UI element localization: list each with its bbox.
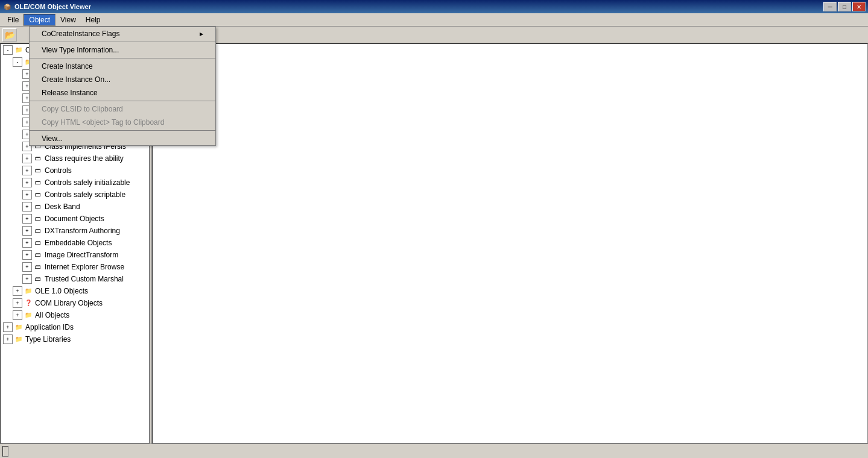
separator-1 <box>30 42 215 42</box>
copy-html-tag-label: Copy HTML <object> Tag to Clipboard <box>42 118 164 127</box>
copy-clsid-label: Copy CLSID to Clipboard <box>42 105 123 113</box>
submenu-arrow: ▶ <box>200 31 203 37</box>
create-instance-on-label: Create Instance On... <box>42 75 110 84</box>
expand-all-objects-2[interactable]: + <box>13 310 22 320</box>
tree-label-desk-band: Desk Band <box>45 201 80 212</box>
close-button[interactable]: ✕ <box>852 2 866 11</box>
menu-view-type-info[interactable]: View Type Information... <box>30 43 215 57</box>
tree-item-all-objects-2[interactable]: + 📁 All Objects <box>1 309 149 321</box>
expand-document-objects[interactable]: + <box>22 214 32 224</box>
tree-item-app-ids[interactable]: + 📁 Application IDs <box>1 321 149 333</box>
tree-item-controls[interactable]: + 🗃 Controls <box>1 165 149 177</box>
tree-label-controls-script: Controls safely scriptable <box>45 189 125 200</box>
obj-icon-desk-band: 🗃 <box>33 202 43 212</box>
view-label: View... <box>42 134 63 143</box>
tree-label-dxtransform: DXTransform Authoring <box>45 225 120 236</box>
obj-icon-controls-init: 🗃 <box>33 178 43 187</box>
tree-label-ie-browse: Internet Explorer Browse <box>45 262 124 272</box>
tree-label-image-direct: Image DirectTransform <box>45 249 118 260</box>
tree-label-all-objects-2: All Objects <box>35 310 69 321</box>
tree-item-desk-band[interactable]: + 🗃 Desk Band <box>1 201 149 213</box>
status-text <box>2 446 8 457</box>
tree-item-class-requires[interactable]: + 🗃 Class requires the ability <box>1 152 149 165</box>
menu-release-instance[interactable]: Release Instance <box>30 86 215 99</box>
expand-all-objects[interactable]: - <box>13 57 22 67</box>
menu-file[interactable]: File <box>2 14 24 25</box>
tree-item-dxtransform[interactable]: + 🗃 DXTransform Authoring <box>1 225 149 237</box>
obj-icon-ie-browse: 🗃 <box>33 262 43 272</box>
separator-2 <box>30 58 215 58</box>
expand-ie-browse[interactable]: + <box>22 262 32 272</box>
expand-controls-init[interactable]: + <box>22 178 32 187</box>
tree-label-class-requires: Class requires the ability <box>45 153 124 164</box>
obj-icon-controls: 🗃 <box>33 166 43 175</box>
expand-embeddable[interactable]: + <box>22 238 32 248</box>
object-dropdown-menu[interactable]: CoCreateInstance Flags ▶ View Type Infor… <box>29 27 216 146</box>
expand-trusted-marshal[interactable]: + <box>22 274 32 284</box>
tree-item-embeddable[interactable]: + 🗃 Embeddable Objects <box>1 237 149 249</box>
question-icon-com-library: ❓ <box>24 298 33 308</box>
tree-label-controls-init: Controls safely initializable <box>45 177 130 188</box>
expand-ole10[interactable]: + <box>13 286 22 296</box>
menu-create-instance[interactable]: Create Instance <box>30 60 215 73</box>
folder-icon-ole10: 📁 <box>24 286 33 296</box>
obj-icon-class-requires: 🗃 <box>33 154 43 163</box>
tree-item-ole10[interactable]: + 📁 OLE 1.0 Objects <box>1 285 149 297</box>
menu-view[interactable]: View... <box>30 132 215 145</box>
obj-icon-embeddable: 🗃 <box>33 238 43 248</box>
window-title: OLE/COM Object Viewer <box>14 3 91 10</box>
menu-copy-html-tag: Copy HTML <object> Tag to Clipboard <box>30 116 215 129</box>
tree-item-ie-browse[interactable]: + 🗃 Internet Explorer Browse <box>1 261 149 273</box>
expand-type-libs[interactable]: + <box>3 334 13 344</box>
cocreatinstance-flags-label: CoCreateInstance Flags <box>42 30 119 38</box>
expand-controls[interactable]: + <box>22 166 32 175</box>
expand-controls-script[interactable]: + <box>22 190 32 199</box>
tree-label-controls: Controls <box>45 165 72 176</box>
menu-bar: File Object View Help <box>0 13 868 27</box>
title-bar: 📦 OLE/COM Object Viewer ─ □ ✕ <box>0 0 868 13</box>
view-type-info-label: View Type Information... <box>42 46 119 54</box>
separator-3 <box>30 101 215 101</box>
tree-label-embeddable: Embeddable Objects <box>45 237 112 248</box>
obj-icon-trusted-marshal: 🗃 <box>33 274 43 284</box>
tree-item-controls-init[interactable]: + 🗃 Controls safely initializable <box>1 177 149 189</box>
title-bar-controls: ─ □ ✕ <box>823 2 866 11</box>
expand-class-requires[interactable]: + <box>22 154 32 163</box>
folder-icon-all-objects-2: 📁 <box>24 310 33 320</box>
tree-label-document-objects: Document Objects <box>45 213 104 224</box>
tree-item-document-objects[interactable]: + 🗃 Document Objects <box>1 213 149 225</box>
open-button[interactable]: 📂 <box>2 28 17 42</box>
minimize-button[interactable]: ─ <box>823 2 837 11</box>
maximize-button[interactable]: □ <box>838 2 851 11</box>
status-bar <box>0 444 868 458</box>
folder-icon-root: 📁 <box>14 45 24 55</box>
expand-desk-band[interactable]: + <box>22 202 32 212</box>
obj-icon-document-objects: 🗃 <box>33 214 43 224</box>
expand-root[interactable]: - <box>3 45 13 55</box>
tree-item-com-library[interactable]: + ❓ COM Library Objects <box>1 297 149 309</box>
tree-label-ole10: OLE 1.0 Objects <box>35 286 88 296</box>
release-instance-label: Release Instance <box>42 89 98 97</box>
tree-item-controls-script[interactable]: + 🗃 Controls safely scriptable <box>1 189 149 201</box>
tree-item-type-libs[interactable]: + 📁 Type Libraries <box>1 333 149 345</box>
tree-item-trusted-marshal[interactable]: + 🗃 Trusted Custom Marshal <box>1 273 149 285</box>
tree-label-type-libs: Type Libraries <box>25 334 71 345</box>
title-bar-left: 📦 OLE/COM Object Viewer <box>2 2 91 11</box>
tree-label-trusted-marshal: Trusted Custom Marshal <box>45 274 124 284</box>
expand-com-library[interactable]: + <box>13 298 22 308</box>
tree-label-app-ids: Application IDs <box>25 322 74 333</box>
menu-help[interactable]: Help <box>81 14 106 25</box>
menu-copy-clsid: Copy CLSID to Clipboard <box>30 102 215 116</box>
expand-app-ids[interactable]: + <box>3 322 13 332</box>
menu-cocreatinstance-flags[interactable]: CoCreateInstance Flags ▶ <box>30 27 215 40</box>
separator-4 <box>30 130 215 131</box>
expand-image-direct[interactable]: + <box>22 250 32 260</box>
menu-view[interactable]: View <box>55 14 81 25</box>
tree-label-com-library: COM Library Objects <box>35 298 103 309</box>
obj-icon-controls-script: 🗃 <box>33 190 43 199</box>
tree-item-image-direct[interactable]: + 🗃 Image DirectTransform <box>1 249 149 261</box>
menu-create-instance-on[interactable]: Create Instance On... <box>30 73 215 86</box>
expand-dxtransform[interactable]: + <box>22 226 32 236</box>
app-icon: 📦 <box>2 2 12 11</box>
menu-object[interactable]: Object <box>24 14 55 26</box>
